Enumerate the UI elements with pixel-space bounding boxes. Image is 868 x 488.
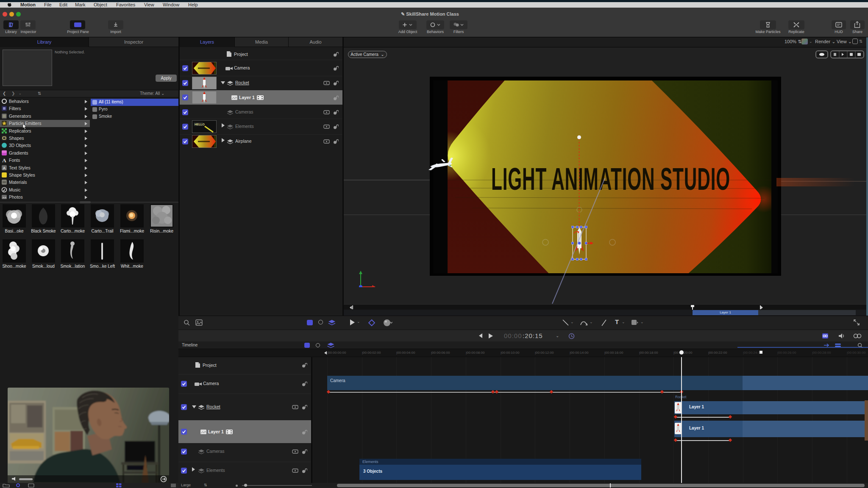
svg-text:A: A — [2, 157, 6, 163]
svg-text:HELLO: HELLO — [195, 123, 205, 126]
svg-text:A: A — [3, 166, 6, 170]
